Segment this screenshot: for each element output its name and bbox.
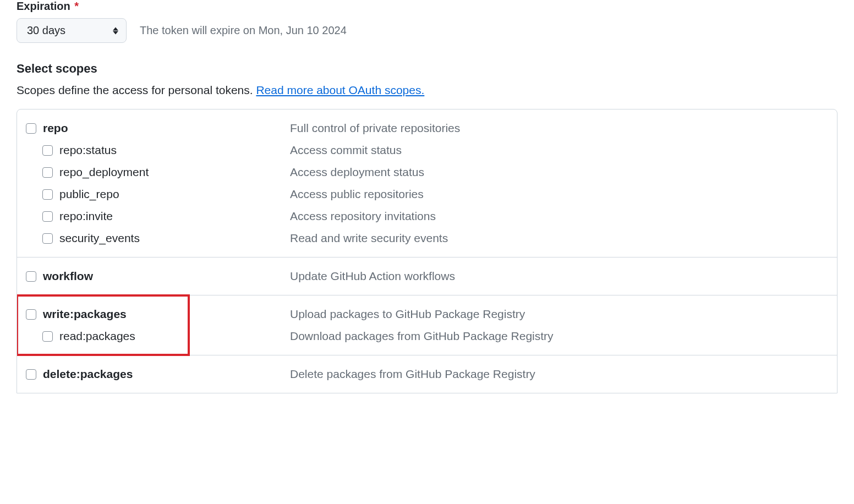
scope-checkbox[interactable]: [26, 123, 36, 134]
scope-left: security_events: [42, 232, 290, 245]
scope-name[interactable]: repo:status: [59, 144, 117, 157]
scopes-doc-link[interactable]: Read more about OAuth scopes.: [256, 84, 424, 96]
expiration-label-text: Expiration: [17, 0, 70, 12]
scope-group: workflowUpdate GitHub Action workflows: [17, 258, 837, 295]
select-caret-icon: [113, 27, 118, 34]
scope-checkbox[interactable]: [26, 271, 36, 282]
scope-description: Full control of private repositories: [290, 122, 460, 135]
scope-row-parent: repoFull control of private repositories: [26, 117, 828, 139]
scope-row-parent: workflowUpdate GitHub Action workflows: [26, 265, 828, 287]
scope-name[interactable]: workflow: [43, 270, 93, 283]
scope-row-child: public_repoAccess public repositories: [26, 183, 828, 205]
scope-name[interactable]: read:packages: [59, 330, 135, 343]
expiration-hint: The token will expire on Mon, Jun 10 202…: [140, 24, 347, 37]
scope-checkbox[interactable]: [42, 145, 53, 156]
select-scopes-heading: Select scopes: [17, 62, 837, 76]
scope-left: workflow: [26, 270, 290, 283]
scope-row-child: repo:inviteAccess repository invitations: [26, 205, 828, 227]
scope-checkbox[interactable]: [26, 309, 36, 320]
scope-left: delete:packages: [26, 368, 290, 381]
scope-description: Delete packages from GitHub Package Regi…: [290, 368, 535, 381]
scope-name[interactable]: public_repo: [59, 188, 119, 201]
scope-description: Access repository invitations: [290, 210, 436, 223]
scope-description: Update GitHub Action workflows: [290, 270, 455, 283]
scope-left: repo: [26, 122, 290, 135]
scopes-description-text: Scopes define the access for personal to…: [17, 84, 256, 96]
scope-description: Access public repositories: [290, 188, 424, 201]
scopes-box: repoFull control of private repositories…: [17, 109, 837, 393]
scope-name[interactable]: delete:packages: [43, 368, 133, 381]
scope-row-parent: delete:packagesDelete packages from GitH…: [26, 363, 828, 385]
scope-description: Read and write security events: [290, 232, 448, 245]
scope-row-child: repo:statusAccess commit status: [26, 139, 828, 161]
scope-name[interactable]: write:packages: [43, 308, 127, 321]
scope-description: Access commit status: [290, 144, 402, 157]
scope-row-child: security_eventsRead and write security e…: [26, 227, 828, 249]
scope-checkbox[interactable]: [42, 167, 53, 178]
scope-checkbox[interactable]: [42, 211, 53, 222]
expiration-select-value: 30 days: [27, 24, 65, 36]
scope-left: repo:invite: [42, 210, 290, 223]
scope-name[interactable]: repo: [43, 122, 68, 135]
scope-left: public_repo: [42, 188, 290, 201]
scope-description: Download packages from GitHub Package Re…: [290, 330, 554, 343]
scope-row-parent: write:packagesUpload packages to GitHub …: [26, 303, 828, 325]
expiration-select[interactable]: 30 days: [17, 18, 127, 43]
scope-left: repo_deployment: [42, 166, 290, 179]
scope-description: Upload packages to GitHub Package Regist…: [290, 308, 525, 321]
scope-checkbox[interactable]: [42, 331, 53, 342]
scope-row-child: repo_deploymentAccess deployment status: [26, 161, 828, 183]
scope-name[interactable]: security_events: [59, 232, 140, 245]
required-star-icon: *: [74, 0, 79, 12]
scope-left: write:packages: [26, 308, 290, 321]
scope-group: write:packagesUpload packages to GitHub …: [17, 295, 837, 355]
scopes-description: Scopes define the access for personal to…: [17, 84, 837, 97]
expiration-label: Expiration *: [17, 0, 837, 13]
scope-checkbox[interactable]: [42, 233, 53, 244]
scope-left: repo:status: [42, 144, 290, 157]
scope-left: read:packages: [42, 330, 290, 343]
scope-group: repoFull control of private repositories…: [17, 109, 837, 258]
scope-checkbox[interactable]: [26, 369, 36, 380]
scope-checkbox[interactable]: [42, 189, 53, 200]
scope-description: Access deployment status: [290, 166, 424, 179]
scope-row-child: read:packagesDownload packages from GitH…: [26, 325, 828, 347]
scope-name[interactable]: repo:invite: [59, 210, 113, 223]
expiration-select-wrap: 30 days: [17, 18, 127, 43]
scope-name[interactable]: repo_deployment: [59, 166, 149, 179]
scope-group: delete:packagesDelete packages from GitH…: [17, 355, 837, 393]
